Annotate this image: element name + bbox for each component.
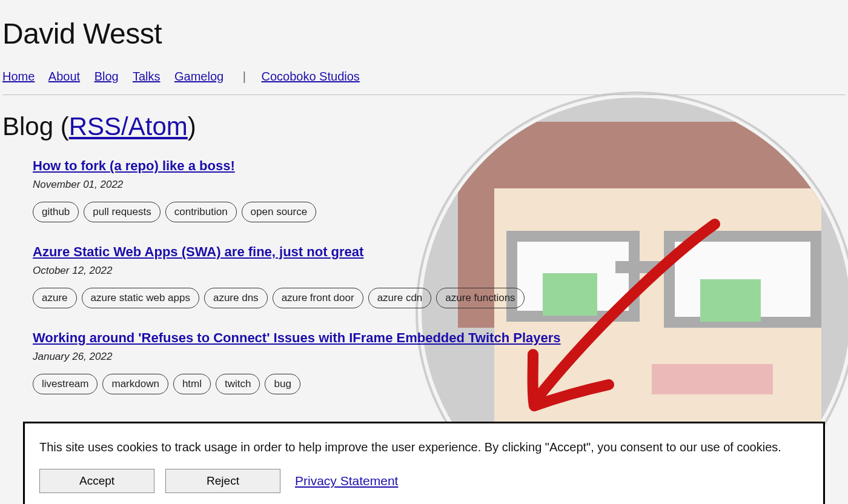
tag-list: azureazure static web appsazure dnsazure…	[33, 288, 846, 308]
accept-button[interactable]: Accept	[39, 469, 154, 493]
tag[interactable]: livestream	[33, 374, 98, 394]
nav-cocoboko[interactable]: Cocoboko Studios	[262, 70, 360, 83]
blog-heading: Blog (RSS/Atom)	[2, 112, 846, 141]
tag[interactable]: twitch	[216, 374, 260, 394]
tag[interactable]: open source	[242, 202, 317, 222]
nav-about[interactable]: About	[48, 70, 80, 83]
tag[interactable]: bug	[265, 374, 300, 394]
tag[interactable]: contribution	[165, 202, 237, 222]
nav-talks[interactable]: Talks	[133, 70, 161, 83]
post: Working around 'Refuses to Connect' Issu…	[33, 330, 846, 394]
post-link[interactable]: Azure Static Web Apps (SWA) are fine, ju…	[33, 244, 363, 259]
post: How to fork (a repo) like a boss!Novembe…	[33, 158, 846, 222]
post-title: Working around 'Refuses to Connect' Issu…	[33, 330, 846, 346]
tag-list: githubpull requestscontributionopen sour…	[33, 202, 846, 222]
tag[interactable]: markdown	[102, 374, 168, 394]
tag[interactable]: azure front door	[273, 288, 363, 308]
nav-home[interactable]: Home	[2, 70, 35, 83]
tag[interactable]: azure cdn	[368, 288, 432, 308]
post-title: Azure Static Web Apps (SWA) are fine, ju…	[33, 244, 846, 260]
privacy-link[interactable]: Privacy Statement	[295, 474, 398, 488]
tag[interactable]: azure	[33, 288, 77, 308]
post-list: How to fork (a repo) like a boss!Novembe…	[2, 158, 846, 394]
header-divider	[2, 94, 846, 95]
post-date: November 01, 2022	[33, 179, 846, 191]
post-date: October 12, 2022	[33, 265, 846, 277]
post-link[interactable]: How to fork (a repo) like a boss!	[33, 158, 235, 173]
nav-separator: |	[243, 70, 246, 83]
site-title: David Wesst	[2, 17, 846, 50]
post: Azure Static Web Apps (SWA) are fine, ju…	[33, 244, 846, 308]
tag[interactable]: azure static web apps	[82, 288, 199, 308]
tag-list: livestreammarkdownhtmltwitchbug	[33, 374, 846, 394]
reject-button[interactable]: Reject	[165, 469, 280, 493]
post-date: January 26, 2022	[33, 351, 846, 363]
tag[interactable]: azure dns	[204, 288, 268, 308]
cookie-text: This site uses cookies to track usage in…	[39, 440, 809, 454]
tag[interactable]: pull requests	[84, 202, 160, 222]
tag[interactable]: github	[33, 202, 79, 222]
blog-heading-prefix: Blog (	[2, 112, 69, 141]
tag[interactable]: azure functions	[436, 288, 524, 308]
main-nav: Home About Blog Talks Gamelog | Cocoboko…	[2, 70, 846, 84]
post-title: How to fork (a repo) like a boss!	[33, 158, 846, 174]
blog-heading-suffix: )	[188, 112, 196, 141]
rss-link[interactable]: RSS/Atom	[69, 112, 188, 141]
nav-gamelog[interactable]: Gamelog	[174, 70, 224, 83]
cookie-banner: This site uses cookies to track usage in…	[23, 422, 825, 504]
post-link[interactable]: Working around 'Refuses to Connect' Issu…	[33, 330, 561, 345]
nav-blog[interactable]: Blog	[94, 70, 119, 83]
tag[interactable]: html	[173, 374, 211, 394]
